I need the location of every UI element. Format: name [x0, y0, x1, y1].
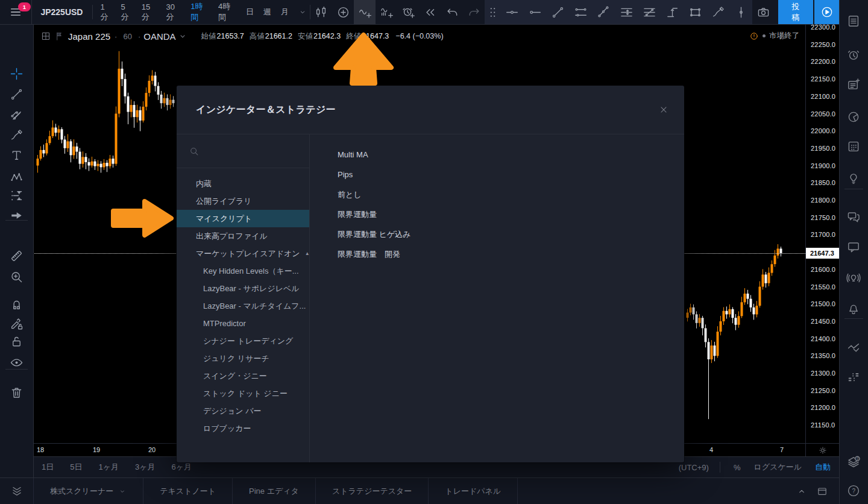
watchlist-button[interactable] [845, 13, 862, 30]
range-button-4[interactable]: 6ヶ月 [172, 462, 192, 473]
dialog-subnav-item-3[interactable]: MTPredictor [177, 315, 309, 332]
flag-icon[interactable] [54, 31, 64, 42]
close-icon[interactable] [656, 102, 671, 117]
redo-button[interactable] [463, 0, 485, 24]
log-scale-button[interactable]: ログスケール [753, 462, 802, 473]
rectangle-tool[interactable] [684, 0, 706, 24]
compare-button[interactable] [332, 0, 354, 24]
timeframe-button-5[interactable]: 4時間 [213, 0, 241, 24]
expand-panel-icon[interactable] [796, 485, 808, 497]
trend-line-tool[interactable] [546, 0, 569, 24]
panel-tab-3[interactable]: ストラテジーテスター [316, 478, 429, 504]
dialog-subnav-item-5[interactable]: ジュリク リサーチ [177, 350, 309, 367]
backtest-beta-button[interactable]: β [845, 453, 862, 470]
dialog-subnav-item-9[interactable]: ロブブッカー [177, 420, 309, 437]
publish-button[interactable]: 投稿 [778, 0, 814, 24]
timeframe-button-2[interactable]: 15分 [137, 0, 162, 24]
dialog-nav-item-2[interactable]: マイスクリプト [177, 210, 309, 227]
dom-button[interactable] [845, 369, 862, 386]
dialog-subnav-item-2[interactable]: LazyBear - マルチタイムフ... [177, 297, 309, 315]
panel-tab-2[interactable]: Pine エディタ [233, 478, 316, 504]
range-button-1[interactable]: 5日 [70, 462, 82, 473]
dialog-nav-item-3[interactable]: 出来高プロファイル [177, 227, 309, 245]
symbol-title[interactable]: Japan 225 [68, 31, 110, 42]
timeframe-button-4[interactable]: 1時間 [186, 0, 213, 24]
indicators-button[interactable] [354, 0, 376, 24]
price-axis[interactable]: 22300.022250.022200.022150.022100.022050… [805, 24, 840, 443]
range-button-0[interactable]: 1日 [42, 462, 54, 473]
dialog-subnav-item-6[interactable]: スイング・ジニー [177, 367, 309, 385]
timeframe-menu-chevron-icon[interactable] [296, 0, 310, 24]
script-item-2[interactable]: 前とし [338, 184, 684, 204]
trend-line-button[interactable] [8, 86, 25, 102]
chart-style-button[interactable] [310, 0, 332, 24]
timeframe-button-7[interactable]: 週 [259, 0, 276, 24]
alert-button[interactable] [398, 0, 420, 24]
public-chat-button[interactable] [845, 209, 862, 225]
undo-button[interactable] [441, 0, 463, 24]
hotlists-button[interactable] [845, 109, 862, 125]
idea-stream-button[interactable] [845, 269, 862, 286]
timeframe-button-0[interactable]: 1分 [95, 0, 116, 24]
fib-retracement-tool[interactable] [615, 0, 638, 24]
arrow-marker-button[interactable] [8, 207, 25, 224]
ideas-button[interactable] [845, 169, 862, 186]
timeframe-button-8[interactable]: 月 [276, 0, 294, 24]
headlines-button[interactable] [845, 77, 862, 93]
timezone-button[interactable]: (UTC+9) [679, 463, 709, 472]
script-item-0[interactable]: Multi MA [338, 145, 684, 165]
zoom-in-button[interactable] [8, 268, 25, 285]
warning-icon[interactable] [749, 31, 759, 41]
timeframe-button-1[interactable]: 5分 [116, 0, 137, 24]
fib-trend-extension-tool[interactable] [638, 0, 661, 24]
range-button-3[interactable]: 3ヶ月 [135, 462, 156, 473]
price-range-tool[interactable] [661, 0, 684, 24]
range-button-2[interactable]: 1ヶ月 [98, 462, 119, 473]
script-item-4[interactable]: 限界運動量 ヒゲ込み [338, 224, 684, 244]
lock-all-button[interactable] [8, 333, 25, 350]
dialog-nav-item-4[interactable]: マーケットプレイスアドオン▲ [177, 245, 309, 262]
pitchfork-button[interactable] [8, 107, 25, 124]
horizontal-line-tool[interactable] [500, 0, 523, 24]
timeframe-button-6[interactable]: 日 [241, 0, 259, 24]
grid-layout-icon[interactable] [40, 31, 51, 42]
script-item-1[interactable]: Pips [338, 165, 684, 184]
alarm-button[interactable] [845, 46, 862, 63]
axis-settings-button[interactable] [805, 443, 840, 457]
panel-tab-4[interactable]: トレードパネル [429, 478, 518, 504]
brush-button[interactable] [8, 127, 25, 143]
remove-all-button[interactable] [8, 384, 25, 401]
stacked-chevrons-icon[interactable] [0, 478, 34, 504]
timeframe-button-3[interactable]: 30分 [162, 0, 186, 24]
drawing-lock-button[interactable] [8, 315, 25, 332]
dialog-nav-item-0[interactable]: 内蔵 [177, 175, 309, 192]
dialog-nav-item-1[interactable]: 公開ライブラリ [177, 192, 309, 210]
publish-play-button[interactable] [814, 0, 839, 24]
vertical-line-tool[interactable] [729, 0, 752, 24]
forecast-button[interactable] [8, 187, 25, 204]
notifications-button[interactable] [845, 300, 862, 317]
script-item-3[interactable]: 限界運動量 [338, 204, 684, 224]
dialog-subnav-item-8[interactable]: デシジョン バー [177, 402, 309, 420]
percent-scale-button[interactable]: % [734, 463, 741, 472]
polyline-tool[interactable] [592, 0, 615, 24]
ruler-button[interactable] [8, 247, 25, 264]
calendar-button[interactable] [845, 138, 862, 155]
dialog-subnav-item-7[interactable]: ストック ドット ジニー [177, 385, 309, 402]
crosshair-button[interactable] [8, 65, 25, 82]
auto-scale-button[interactable]: 自動 [815, 462, 831, 473]
brush-tool[interactable] [706, 0, 729, 24]
symbol-button[interactable]: JP225USD [32, 7, 92, 17]
parallel-channel-tool[interactable] [569, 0, 592, 24]
horizontal-ray-tool[interactable] [523, 0, 546, 24]
bar-replay-button[interactable] [420, 0, 441, 24]
panel-tab-0[interactable]: 株式スクリーナー [34, 478, 143, 504]
indicator-search[interactable] [177, 134, 309, 168]
script-item-5[interactable]: 限界運動量 開発 [338, 244, 684, 264]
panel-tab-1[interactable]: テキストノート [143, 478, 233, 504]
dialog-subnav-item-4[interactable]: シナジー トレーディング [177, 332, 309, 350]
help-button[interactable]: ? [845, 482, 862, 499]
xabcd-pattern-button[interactable] [8, 169, 25, 186]
snapshot-button[interactable] [752, 0, 774, 24]
indicator-templates-button[interactable] [376, 0, 397, 24]
